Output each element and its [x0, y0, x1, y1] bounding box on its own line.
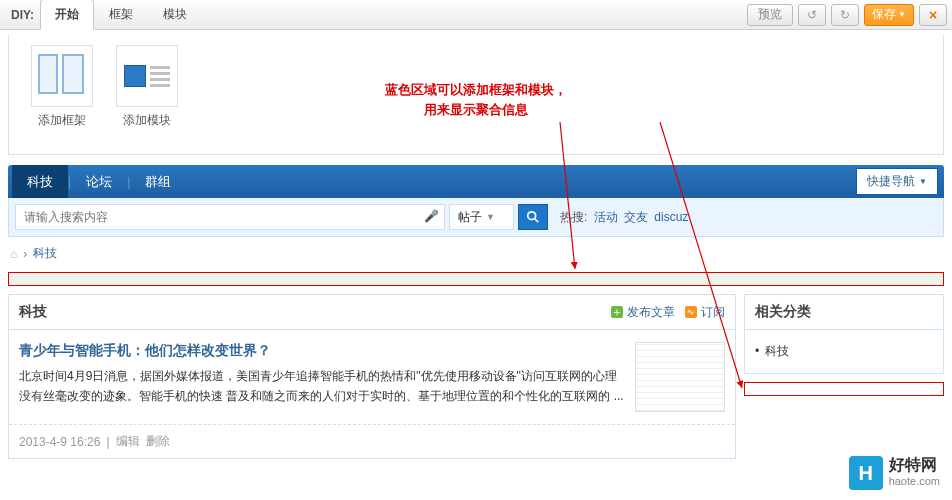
add-frame-label: 添加框架 — [19, 112, 104, 129]
search-icon — [526, 210, 540, 224]
tab-module[interactable]: 模块 — [148, 0, 202, 30]
sidebar: 相关分类 科技 — [744, 294, 944, 459]
diy-label: DIY: — [5, 8, 40, 22]
add-module-item[interactable]: 添加模块 — [104, 45, 189, 144]
nav-tech[interactable]: 科技 — [12, 165, 68, 198]
breadcrumb-sep: › — [23, 247, 27, 261]
tab-frame[interactable]: 框架 — [94, 0, 148, 30]
nav-forum[interactable]: 论坛 — [71, 165, 127, 198]
add-module-label: 添加模块 — [104, 112, 189, 129]
plus-icon: + — [611, 306, 623, 318]
diy-slot-side[interactable] — [744, 382, 944, 396]
search-scope-select[interactable]: 帖子▼ — [449, 204, 514, 230]
main-columns: 科技 +发布文章 ∿订阅 青少年与智能手机：他们怎样改变世界？ 北京时间4月9日… — [8, 294, 944, 459]
article-date: 2013-4-9 16:26 — [19, 435, 100, 449]
caret-down-icon: ▼ — [919, 177, 927, 186]
hot-link[interactable]: 活动 — [594, 210, 618, 224]
preview-button[interactable]: 预览 — [747, 4, 793, 26]
tab-start[interactable]: 开始 — [40, 0, 94, 30]
article-delete[interactable]: 删除 — [146, 433, 170, 450]
watermark-en: haote.com — [889, 473, 940, 489]
undo-icon: ↺ — [807, 8, 817, 22]
watermark-cn: 好特网 — [889, 457, 940, 473]
navbar: 科技 | 论坛 | 群组 快捷导航▼ — [8, 165, 944, 198]
save-button[interactable]: 保存 ▼ — [864, 4, 914, 26]
mic-icon[interactable]: 🎤 — [424, 209, 439, 223]
forum-content: 科技 | 论坛 | 群组 快捷导航▼ 🎤 帖子▼ 热搜: 活动 交友 discu… — [8, 165, 944, 459]
svg-line-3 — [535, 219, 539, 223]
article-item: 青少年与智能手机：他们怎样改变世界？ 北京时间4月9日消息，据国外媒体报道，美国… — [9, 330, 735, 425]
hot-link[interactable]: 交友 — [624, 210, 648, 224]
home-icon[interactable]: ⌂ — [10, 247, 17, 261]
module-thumb — [116, 45, 178, 107]
redo-button[interactable]: ↻ — [831, 4, 859, 26]
sidebar-title: 相关分类 — [745, 295, 943, 330]
sidebar-cat-item[interactable]: 科技 — [755, 340, 933, 363]
article-thumbnail[interactable] — [635, 342, 725, 412]
publish-link[interactable]: +发布文章 — [611, 304, 675, 321]
close-button[interactable]: × — [919, 4, 947, 26]
hot-link[interactable]: discuz — [654, 210, 688, 224]
article-summary: 北京时间4月9日消息，据国外媒体报道，美国青少年追捧智能手机的热情和"优先使用移… — [19, 366, 625, 406]
redo-icon: ↻ — [840, 8, 850, 22]
diy-toolbar: DIY: 开始 框架 模块 预览 ↺ ↻ 保存 ▼ × — [0, 0, 952, 30]
diy-panel: 添加框架 添加模块 — [8, 35, 944, 155]
subscribe-link[interactable]: ∿订阅 — [685, 304, 725, 321]
article-meta: 2013-4-9 16:26 | 编辑 删除 — [9, 425, 735, 458]
quick-nav-button[interactable]: 快捷导航▼ — [856, 168, 938, 195]
section-header: 科技 +发布文章 ∿订阅 — [9, 295, 735, 330]
frame-thumb — [31, 45, 93, 107]
rss-icon: ∿ — [685, 306, 697, 318]
watermark: H 好特网 haote.com — [849, 456, 940, 490]
diy-slot-wide[interactable] — [8, 272, 944, 286]
caret-down-icon: ▼ — [898, 10, 906, 19]
toolbar-tabs: 开始 框架 模块 — [40, 0, 202, 30]
section-title: 科技 — [19, 303, 47, 321]
add-frame-item[interactable]: 添加框架 — [19, 45, 104, 144]
hot-search: 热搜: 活动 交友 discuz — [560, 209, 688, 226]
related-categories: 相关分类 科技 — [744, 294, 944, 374]
breadcrumb-item[interactable]: 科技 — [33, 245, 57, 262]
nav-group[interactable]: 群组 — [130, 165, 186, 198]
article-title[interactable]: 青少年与智能手机：他们怎样改变世界？ — [19, 342, 625, 360]
article-edit[interactable]: 编辑 — [116, 433, 140, 450]
undo-button[interactable]: ↺ — [798, 4, 826, 26]
search-button[interactable] — [518, 204, 548, 230]
main-column: 科技 +发布文章 ∿订阅 青少年与智能手机：他们怎样改变世界？ 北京时间4月9日… — [8, 294, 736, 459]
caret-down-icon: ▼ — [486, 212, 495, 222]
svg-point-2 — [528, 212, 536, 220]
search-input[interactable] — [15, 204, 445, 230]
breadcrumb: ⌂ › 科技 — [8, 237, 944, 270]
search-bar: 🎤 帖子▼ 热搜: 活动 交友 discuz — [8, 198, 944, 237]
watermark-logo-icon: H — [849, 456, 883, 490]
search-input-wrap: 🎤 — [15, 204, 445, 230]
close-icon: × — [929, 7, 937, 23]
